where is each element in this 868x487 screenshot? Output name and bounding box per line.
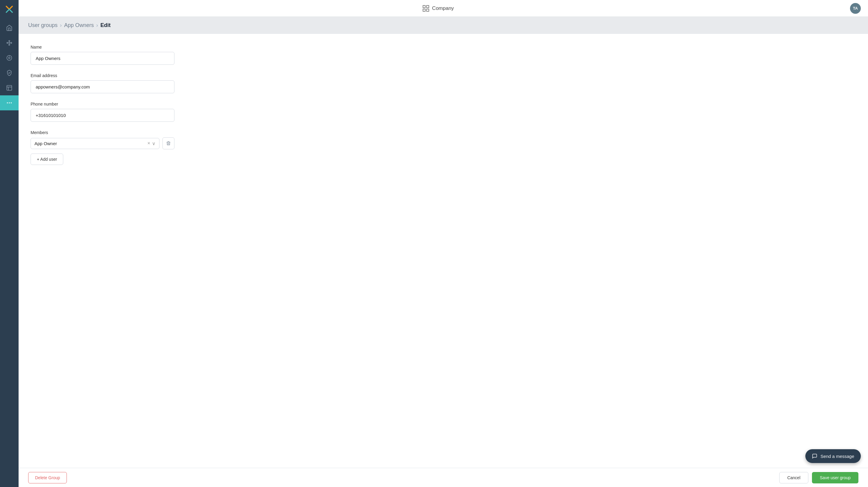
phone-group: Phone number: [31, 102, 175, 122]
svg-rect-9: [7, 86, 12, 91]
member-select-value: App Owner: [34, 141, 148, 146]
email-group: Email address: [31, 73, 175, 93]
members-group: Members App Owner × ∨: [31, 130, 175, 165]
breadcrumb-sep-2: ›: [96, 22, 98, 29]
chevron-down-icon[interactable]: ∨: [152, 141, 156, 146]
trash-icon: [166, 141, 171, 146]
sidebar-item-monitoring[interactable]: [0, 50, 19, 65]
name-label: Name: [31, 45, 175, 50]
name-input[interactable]: [31, 52, 175, 65]
chat-label: Send a message: [820, 454, 854, 459]
breadcrumb: User groups › App Owners › Edit: [19, 17, 868, 34]
topbar: Company TA: [19, 0, 868, 17]
phone-label: Phone number: [31, 102, 175, 106]
svg-point-13: [9, 102, 10, 103]
svg-point-3: [9, 44, 10, 45]
delete-member-button[interactable]: [162, 138, 175, 149]
sidebar-item-more[interactable]: [0, 95, 19, 110]
svg-point-14: [11, 102, 12, 103]
sidebar-item-integrations[interactable]: [0, 35, 19, 50]
add-user-button[interactable]: + Add user: [31, 154, 63, 165]
svg-point-2: [9, 40, 10, 42]
clear-icon[interactable]: ×: [148, 141, 150, 146]
company-name: Company: [432, 5, 454, 11]
chat-icon: [812, 453, 817, 459]
members-row: App Owner × ∨: [31, 138, 175, 149]
sidebar: [0, 0, 19, 487]
breadcrumb-group-name[interactable]: App Owners: [64, 22, 94, 29]
add-user-label: + Add user: [37, 157, 57, 162]
svg-point-1: [11, 42, 12, 43]
svg-point-12: [7, 102, 8, 103]
name-group: Name: [31, 45, 175, 65]
svg-rect-18: [427, 9, 429, 11]
bottom-right: Cancel Save user group: [779, 472, 859, 483]
email-input[interactable]: [31, 80, 175, 93]
svg-rect-16: [427, 5, 429, 8]
chat-bubble[interactable]: Send a message: [805, 449, 861, 463]
breadcrumb-sep-1: ›: [60, 22, 62, 29]
email-label: Email address: [31, 73, 175, 78]
sidebar-item-shield[interactable]: [0, 65, 19, 80]
svg-point-7: [8, 57, 10, 59]
sidebar-item-box[interactable]: [0, 80, 19, 95]
topbar-center: Company: [422, 4, 454, 12]
sidebar-logo[interactable]: [3, 3, 16, 16]
breadcrumb-user-groups[interactable]: User groups: [28, 22, 58, 29]
svg-rect-15: [423, 5, 425, 8]
phone-input[interactable]: [31, 109, 175, 122]
member-select-controls: × ∨: [148, 141, 156, 146]
sidebar-item-home[interactable]: [0, 21, 19, 35]
company-logo: Company: [422, 4, 454, 12]
svg-rect-17: [423, 9, 425, 11]
save-button[interactable]: Save user group: [812, 472, 859, 483]
bottom-bar: Delete Group Cancel Save user group: [19, 468, 868, 487]
main-content: Company TA User groups › App Owners › Ed…: [19, 0, 868, 487]
breadcrumb-current: Edit: [100, 22, 111, 29]
svg-point-0: [7, 42, 8, 43]
cancel-button[interactable]: Cancel: [779, 472, 809, 483]
member-select[interactable]: App Owner × ∨: [31, 138, 159, 149]
members-label: Members: [31, 130, 175, 135]
delete-group-button[interactable]: Delete Group: [28, 472, 67, 483]
form-content: Name Email address Phone number Members …: [19, 34, 868, 468]
user-avatar[interactable]: TA: [850, 3, 861, 14]
